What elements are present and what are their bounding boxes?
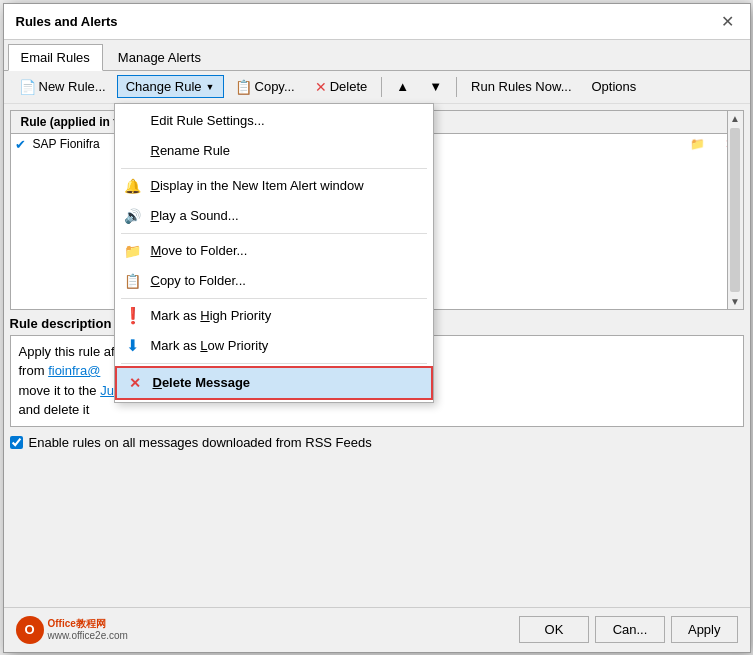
menu-item-mark-low[interactable]: ⬇ Mark as Low Priority (115, 331, 433, 361)
rss-checkbox[interactable] (10, 436, 23, 449)
menu-separator-4 (121, 363, 427, 364)
delete-button[interactable]: ✕ Delete (306, 75, 377, 99)
menu-item-copy-folder[interactable]: 📋 Copy to Folder... (115, 266, 433, 296)
move-folder-icon: 📁 (123, 241, 143, 261)
footer-bar: O Office教程网 www.office2e.com OK Can... A… (4, 607, 750, 652)
title-bar: Rules and Alerts ✕ (4, 4, 750, 40)
scroll-thumb (730, 128, 740, 292)
menu-item-move-folder[interactable]: 📁 Move to Folder... (115, 236, 433, 266)
rules-and-alerts-dialog: Rules and Alerts ✕ Email Rules Manage Al… (3, 3, 751, 653)
office-icon: O (16, 616, 44, 644)
apply-button[interactable]: Apply (671, 616, 738, 643)
rename-rule-icon (123, 141, 143, 161)
mark-low-icon: ⬇ (123, 336, 143, 356)
scrollbar: ▲ ▼ (727, 111, 743, 309)
tab-email-rules[interactable]: Email Rules (8, 44, 103, 71)
copy-button[interactable]: 📋 Copy... (226, 75, 304, 99)
tab-manage-alerts[interactable]: Manage Alerts (105, 44, 214, 70)
run-rules-button[interactable]: Run Rules Now... (462, 75, 580, 98)
scroll-down-icon[interactable]: ▼ (728, 294, 742, 309)
mark-high-icon: ❗ (123, 306, 143, 326)
toolbar-separator (381, 77, 382, 97)
menu-item-play-sound[interactable]: 🔊 Play a Sound... (115, 201, 433, 231)
rule-checkbox[interactable]: ✔ (15, 137, 33, 152)
menu-separator-3 (121, 298, 427, 299)
move-down-button[interactable]: ▼ (420, 75, 451, 98)
delete-message-icon: ✕ (125, 373, 145, 393)
change-rule-dropdown: Edit Rule Settings... Rename Rule 🔔 Disp… (114, 103, 434, 403)
rule-desc-link-from[interactable]: fioinfra@ (48, 363, 100, 378)
menu-item-display-alert[interactable]: 🔔 Display in the New Item Alert window (115, 171, 433, 201)
rss-checkbox-row: Enable rules on all messages downloaded … (10, 435, 744, 450)
ok-button[interactable]: OK (519, 616, 589, 643)
rule-action-folder-icon: 📁 (690, 137, 705, 151)
new-rule-icon: 📄 (19, 79, 36, 95)
edit-rule-icon (123, 111, 143, 131)
new-rule-button[interactable]: 📄 New Rule... (10, 75, 115, 99)
toolbar-separator-2 (456, 77, 457, 97)
options-button[interactable]: Options (583, 75, 646, 98)
menu-separator-1 (121, 168, 427, 169)
move-down-icon: ▼ (429, 79, 442, 94)
office-badge-text: Office教程网 www.office2e.com (48, 618, 128, 642)
cancel-button[interactable]: Can... (595, 616, 665, 643)
rule-desc-text-2: from (19, 363, 49, 378)
delete-icon: ✕ (315, 79, 327, 95)
close-button[interactable]: ✕ (718, 11, 738, 31)
rule-desc-text-3: move it to the (19, 383, 101, 398)
change-rule-button[interactable]: Change Rule ▼ (117, 75, 224, 98)
toolbar: 📄 New Rule... Change Rule ▼ 📋 Copy... ✕ … (4, 71, 750, 104)
play-sound-icon: 🔊 (123, 206, 143, 226)
move-up-icon: ▲ (396, 79, 409, 94)
change-rule-arrow-icon: ▼ (206, 82, 215, 92)
scroll-up-icon[interactable]: ▲ (728, 111, 742, 126)
menu-item-delete-message[interactable]: ✕ Delete Message (115, 366, 433, 400)
menu-item-rename-rule[interactable]: Rename Rule (115, 136, 433, 166)
menu-item-mark-high[interactable]: ❗ Mark as High Priority (115, 301, 433, 331)
dialog-title: Rules and Alerts (16, 14, 118, 29)
tabs-bar: Email Rules Manage Alerts (4, 40, 750, 71)
copy-icon: 📋 (235, 79, 252, 95)
move-up-button[interactable]: ▲ (387, 75, 418, 98)
display-alert-icon: 🔔 (123, 176, 143, 196)
rss-label: Enable rules on all messages downloaded … (29, 435, 372, 450)
menu-separator-2 (121, 233, 427, 234)
rule-desc-text-4: and delete it (19, 402, 90, 417)
menu-item-edit-rule[interactable]: Edit Rule Settings... (115, 106, 433, 136)
copy-folder-icon: 📋 (123, 271, 143, 291)
